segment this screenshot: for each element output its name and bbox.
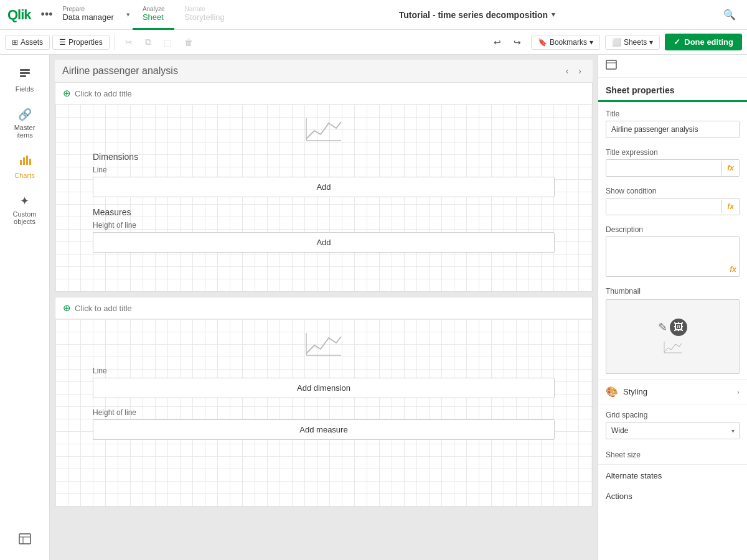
bookmarks-chevron-icon: ▾	[590, 38, 593, 47]
add-title-plus-icon-2: ⊕	[63, 302, 71, 314]
nav-analyze[interactable]: Analyze Sheet	[133, 0, 175, 30]
bookmarks-button[interactable]: 🔖 Bookmarks ▾	[531, 35, 600, 50]
master-items-icon: 🔗	[18, 108, 32, 121]
sidebar-bottom	[3, 527, 47, 554]
done-editing-button[interactable]: ✓ Done editing	[665, 34, 742, 50]
actions-label: Actions	[606, 492, 740, 501]
cut-button[interactable]: ✂	[120, 34, 138, 50]
thumbnail-box[interactable]: ✎ 🖼	[606, 299, 740, 374]
height-of-line-label-2: Height of line	[93, 408, 555, 417]
undo-button[interactable]: ↩	[489, 34, 506, 50]
add-title-label-2: Click to add title	[75, 304, 132, 313]
master-items-label: Master items	[8, 124, 42, 139]
title-field-label: Title	[606, 110, 740, 118]
sidebar-item-charts[interactable]: Charts	[3, 147, 47, 185]
sheets-button[interactable]: ⬜ Sheets ▾	[605, 35, 660, 50]
sidebar-item-custom-objects[interactable]: ✦ Custom objects	[3, 188, 47, 231]
toolbar: ⊞ Assets ☰ Properties ✂ ⧉ ⬚ 🗑 ↩ ↪ 🔖 Book…	[0, 30, 747, 55]
nav-narrate[interactable]: Narrate Storytelling	[174, 0, 234, 30]
title-expression-group: Title expression fx	[598, 143, 747, 177]
line-label-2: Line	[93, 366, 555, 375]
undo-redo-group: ↩ ↪	[489, 34, 526, 50]
sidebar-item-bottom[interactable]	[3, 527, 47, 554]
svg-rect-1	[20, 72, 30, 74]
styling-palette-icon: 🎨	[606, 386, 618, 398]
description-textarea[interactable]	[606, 237, 739, 274]
assets-button[interactable]: ⊞ Assets	[5, 35, 50, 50]
nav-prepare[interactable]: Prepare Data manager	[52, 0, 123, 30]
svg-rect-3	[20, 160, 22, 165]
title-field-group: Title	[598, 102, 747, 138]
canvas-area[interactable]: Airline passenger analysis ‹ › ⊕ Click t…	[50, 55, 598, 560]
charts-label: Charts	[14, 172, 34, 179]
canvas-panel-1: ⊕ Click to add title Dimensions Line Add…	[55, 82, 593, 292]
actions-section: Actions	[598, 485, 747, 501]
canvas-panel-1-header[interactable]: ⊕ Click to add title	[55, 83, 592, 105]
add-measure-button-1[interactable]: Add	[93, 232, 555, 253]
thumbnail-section: Thumbnail ✎ 🖼	[598, 282, 747, 379]
copy-button[interactable]: ⧉	[140, 34, 156, 50]
description-fx-button[interactable]: fx	[730, 265, 736, 274]
show-condition-label: Show condition	[606, 187, 740, 195]
redo-button[interactable]: ↪	[509, 34, 526, 50]
description-label: Description	[606, 225, 740, 234]
line-label-1: Line	[93, 166, 555, 174]
nav-search-button[interactable]: 🔍	[720, 5, 740, 24]
assets-icon: ⊞	[12, 38, 18, 47]
description-group: Description fx	[598, 220, 747, 277]
grid-spacing-select[interactable]: Narrow Medium Wide	[606, 422, 740, 439]
thumbnail-chart-placeholder	[664, 341, 682, 355]
nav-title-chevron-icon[interactable]: ▾	[552, 11, 555, 19]
bookmark-icon: 🔖	[538, 38, 547, 47]
dimensions-section: Dimensions Line Add	[93, 152, 555, 197]
title-expression-fx-button[interactable]: fx	[721, 161, 739, 175]
nav-title-area: Tutorial - time series decomposition ▾	[235, 10, 720, 20]
sheets-chevron-icon: ▾	[649, 38, 653, 47]
dimensions-title: Dimensions	[93, 152, 555, 162]
sheets-label: Sheets	[624, 38, 647, 47]
show-condition-input[interactable]	[606, 198, 721, 215]
sheet-properties-title: Sheet properties	[598, 78, 747, 102]
nav-title-text: Tutorial - time series decomposition	[399, 10, 548, 20]
canvas-panel-1-inner: Dimensions Line Add Measures Height of l…	[55, 105, 592, 291]
fields-label: Fields	[16, 85, 34, 93]
main-layout: Fields 🔗 Master items Charts ✦ Custom ob…	[0, 55, 747, 560]
grid-spacing-label: Grid spacing	[606, 411, 740, 419]
measures-title: Measures	[93, 207, 555, 217]
bookmarks-label: Bookmarks	[550, 38, 587, 47]
paste-button[interactable]: ⬚	[159, 34, 177, 50]
sheets-icon: ⬜	[612, 38, 621, 47]
svg-rect-6	[29, 159, 31, 165]
bottom-icon	[19, 533, 31, 548]
delete-button[interactable]: 🗑	[179, 34, 198, 50]
properties-label: Properties	[68, 38, 103, 47]
svg-rect-14	[606, 60, 616, 69]
show-condition-fx-button[interactable]: fx	[721, 200, 739, 213]
grid-spacing-select-wrapper: Narrow Medium Wide ▾	[606, 422, 740, 439]
qlik-logo[interactable]: Qlik	[7, 7, 31, 23]
title-expression-input[interactable]	[606, 160, 721, 176]
properties-button[interactable]: ☰ Properties	[52, 35, 110, 50]
svg-rect-2	[20, 75, 26, 77]
sheet-layout-icon[interactable]	[606, 60, 617, 72]
nav-prepare-dropdown[interactable]: ▾	[124, 11, 133, 19]
add-measure-button-2[interactable]: Add measure	[93, 419, 555, 440]
add-dimension-button-1[interactable]: Add	[93, 177, 555, 197]
canvas-panel-2-header[interactable]: ⊕ Click to add title	[55, 297, 592, 319]
sidebar-item-master-items[interactable]: 🔗 Master items	[3, 101, 47, 145]
add-title-plus-icon: ⊕	[63, 88, 71, 99]
left-sidebar: Fields 🔗 Master items Charts ✦ Custom ob…	[0, 55, 50, 560]
sidebar-item-fields[interactable]: Fields	[3, 61, 47, 99]
svg-rect-4	[23, 157, 25, 165]
grid-spacing-section: Grid spacing Narrow Medium Wide ▾	[598, 404, 747, 439]
styling-chevron-icon: ›	[737, 388, 740, 396]
qlik-menu-dots[interactable]: •••	[41, 8, 53, 21]
custom-objects-icon: ✦	[20, 194, 29, 208]
styling-row[interactable]: 🎨 Styling ›	[598, 379, 747, 404]
sheet-header: Airline passenger analysis ‹ ›	[55, 60, 593, 82]
chart-icon-1	[305, 117, 342, 142]
sheet-prev-button[interactable]: ‹	[562, 65, 573, 77]
title-input[interactable]	[606, 121, 740, 138]
sheet-next-button[interactable]: ›	[575, 65, 585, 77]
add-dimension-button-2[interactable]: Add dimension	[93, 378, 555, 398]
